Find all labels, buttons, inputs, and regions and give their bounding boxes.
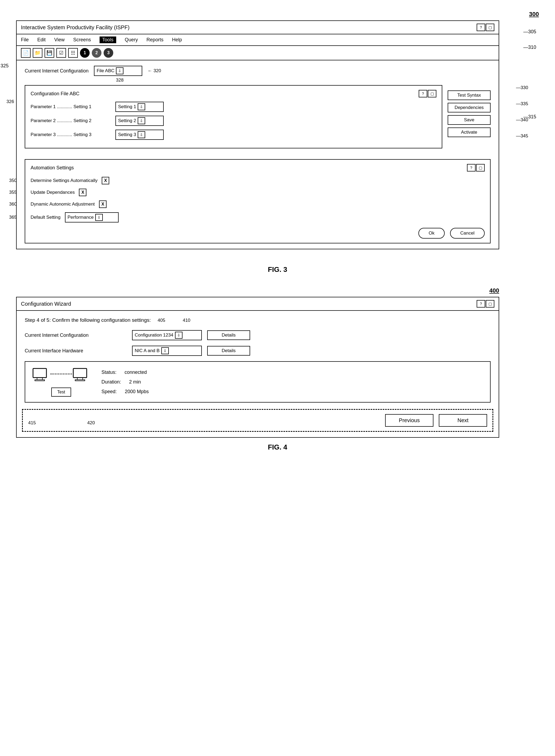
auto-check-1[interactable]: X xyxy=(79,189,86,196)
menu-reports[interactable]: Reports xyxy=(146,37,163,43)
param-3-value: Setting 3 xyxy=(118,132,136,137)
wizard-dropdown-1[interactable]: NIC A and B ⇩ xyxy=(132,346,202,356)
ispf-titlebar: Interactive System Productivity Facility… xyxy=(17,21,499,34)
auto-check-0[interactable]: X xyxy=(102,177,109,184)
test-syntax-btn[interactable]: Test Syntax xyxy=(447,90,490,100)
default-setting-arrow[interactable]: ⇩ xyxy=(95,214,103,221)
ref-326: 326 xyxy=(6,99,14,104)
menu-file[interactable]: File xyxy=(21,37,29,43)
save-btn[interactable]: Save xyxy=(447,115,490,125)
ref-420: 420 xyxy=(87,420,95,426)
wizard-row-0: Current Internet Configuration Configura… xyxy=(25,330,490,340)
param-2-dropdown[interactable]: Setting 2 ⇩ xyxy=(116,116,164,126)
svg-rect-3 xyxy=(73,368,87,377)
wizard-arrow-1[interactable]: ⇩ xyxy=(161,347,169,354)
config-help-btn[interactable]: ? xyxy=(419,90,427,97)
svg-rect-0 xyxy=(33,368,46,377)
network-icon[interactable]: ☷ xyxy=(68,48,78,58)
toolbar-btn-1[interactable]: 1 xyxy=(80,48,90,58)
ispf-main: —315 325 Current Internet Configuration … xyxy=(17,60,499,249)
fig-number-300: 300 xyxy=(16,11,539,18)
config-close-btn[interactable]: ▢ xyxy=(428,90,436,97)
close-btn-3[interactable]: ▢ xyxy=(486,24,494,31)
param-2-value: Setting 2 xyxy=(118,118,136,124)
computer-1-icon xyxy=(32,367,50,383)
details-btn-0[interactable]: Details xyxy=(207,330,250,340)
svg-rect-2 xyxy=(35,380,45,381)
param-1-arrow[interactable]: ⇩ xyxy=(138,103,145,110)
speed-label: Speed: xyxy=(101,389,117,394)
current-config-row: Current Internet Configuration File ABC … xyxy=(25,66,490,76)
status-row: Status: connected xyxy=(101,367,149,377)
wizard-footer: 415 420 Previous Next xyxy=(22,409,493,432)
ref-320-label: ← 320 xyxy=(147,68,161,74)
menu-tools[interactable]: Tools xyxy=(99,37,116,43)
automation-help-btn[interactable]: ? xyxy=(467,164,476,172)
automation-close-btn[interactable]: ▢ xyxy=(476,164,485,172)
wizard-dropdown-0[interactable]: Configuration 1234 ⇩ xyxy=(132,330,202,340)
ok-btn[interactable]: Ok xyxy=(418,228,445,238)
param-2-arrow[interactable]: ⇩ xyxy=(138,117,145,124)
menu-screens[interactable]: Screens xyxy=(73,37,91,43)
activate-btn[interactable]: Activate xyxy=(447,128,490,137)
dependencies-btn[interactable]: Dependencies xyxy=(447,103,490,113)
menu-query[interactable]: Query xyxy=(125,37,138,43)
wizard-titlebar: Configuration Wizard ? ▢ xyxy=(17,297,499,311)
ref-355: 355 xyxy=(9,190,17,195)
fig-number-400: 400 xyxy=(16,287,499,294)
automation-panel: Automation Settings ? ▢ 350 Determine Se… xyxy=(25,159,490,243)
wizard-label-0: Current Internet Configuration xyxy=(25,332,127,338)
menu-edit[interactable]: Edit xyxy=(37,37,46,43)
help-btn-3[interactable]: ? xyxy=(477,24,485,31)
current-config-value: File ABC xyxy=(97,68,114,74)
wizard-help-btn[interactable]: ? xyxy=(477,300,485,308)
automation-row-0: 350 Determine Settings Automatically X xyxy=(31,177,485,184)
menu-view[interactable]: View xyxy=(54,37,65,43)
param-1-dropdown[interactable]: Setting 1 ⇩ xyxy=(116,102,164,112)
action-buttons: —330 —335 —340 —345 Test Syntax Dependen… xyxy=(447,85,490,137)
cancel-btn[interactable]: Cancel xyxy=(450,228,485,238)
current-config-label: Current Internet Configuration xyxy=(25,68,89,74)
param-1-label: Parameter 1 ............ Setting 1 xyxy=(31,104,111,109)
wizard-close-btn[interactable]: ▢ xyxy=(486,300,494,308)
automation-row-3: 365 Default Setting Performance ⇩ xyxy=(31,212,485,222)
toolbar-btn-2[interactable]: 2 xyxy=(92,48,101,58)
toolbar-btn-3[interactable]: 3 xyxy=(103,48,113,58)
wizard-label-1: Current Interface Hardware xyxy=(25,348,127,354)
ref-345: —345 xyxy=(516,133,528,139)
ref-335: —335 xyxy=(516,101,528,106)
current-config-dropdown[interactable]: File ABC ⇩ xyxy=(94,66,142,76)
previous-btn[interactable]: Previous xyxy=(385,414,433,427)
wizard-value-1: NIC A and B xyxy=(135,348,160,353)
auto-check-2[interactable]: X xyxy=(99,201,106,208)
ispf-menubar: File Edit View Screens Tools Query Repor… xyxy=(17,34,499,46)
current-config-arrow[interactable]: ⇩ xyxy=(116,68,123,74)
config-panel-title: Configuration File ABC xyxy=(31,91,79,97)
fig4-section: 400 Configuration Wizard ? ▢ Step 4 of 5… xyxy=(16,287,539,451)
next-btn[interactable]: Next xyxy=(439,414,487,427)
titlebar-buttons: ? ▢ xyxy=(477,24,494,31)
ref-310: —310 xyxy=(523,45,536,50)
param-3-dropdown[interactable]: Setting 3 ⇩ xyxy=(116,130,164,140)
svg-rect-5 xyxy=(75,380,85,381)
param-2-label: Parameter 2 ............ Setting 2 xyxy=(31,118,111,124)
doc-icon[interactable]: 📄 xyxy=(21,48,31,58)
test-connection-btn[interactable]: Test xyxy=(51,388,71,397)
default-setting-dropdown[interactable]: Performance ⇩ xyxy=(65,212,119,222)
fig3-label: FIG. 3 xyxy=(16,265,539,274)
automation-header-btns: ? ▢ xyxy=(467,164,485,172)
wizard-value-0: Configuration 1234 xyxy=(135,332,173,338)
wizard-arrow-0[interactable]: ⇩ xyxy=(175,332,182,339)
details-btn-1[interactable]: Details xyxy=(207,346,250,356)
config-panel-header: Configuration File ABC ? ▢ xyxy=(31,90,436,97)
save-icon[interactable]: 💾 xyxy=(45,48,54,58)
ref-330: —330 xyxy=(516,85,528,90)
ref-410-inline: 410 xyxy=(183,318,190,323)
folder-icon[interactable]: 📁 xyxy=(33,48,42,58)
connection-dotted-line xyxy=(50,373,72,374)
status-label: Status: xyxy=(101,369,117,375)
automation-footer: Ok Cancel xyxy=(31,228,485,238)
param-3-arrow[interactable]: ⇩ xyxy=(138,131,145,138)
menu-help[interactable]: Help xyxy=(172,37,182,43)
check-icon[interactable]: ☑ xyxy=(56,48,66,58)
